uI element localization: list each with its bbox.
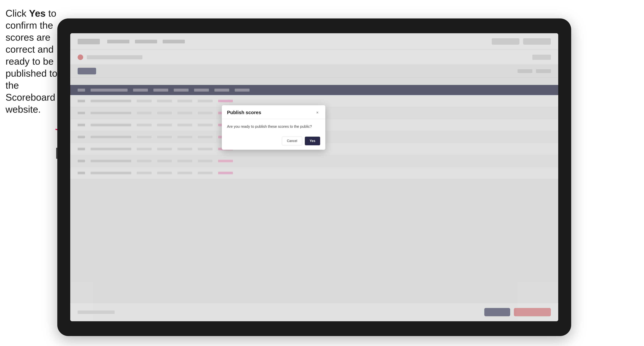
publish-scores-modal: Publish scores × Are you ready to publis…: [222, 105, 325, 150]
modal-message: Are you ready to publish these scores to…: [227, 124, 320, 129]
modal-close-button[interactable]: ×: [314, 110, 320, 115]
annotation-suffix: to confirm the scores are correct and re…: [6, 8, 57, 115]
modal-footer: Cancel Yes: [222, 134, 325, 150]
tablet-device: Publish scores × Are you ready to publis…: [57, 18, 571, 336]
annotation-bold: Yes: [29, 8, 46, 19]
annotation-text: Click Yes to confirm the scores are corr…: [6, 7, 59, 115]
yes-button[interactable]: Yes: [305, 137, 320, 145]
modal-overlay: [70, 33, 558, 321]
tablet-screen: Publish scores × Are you ready to publis…: [70, 33, 558, 321]
modal-body: Are you ready to publish these scores to…: [222, 119, 325, 134]
cancel-button[interactable]: Cancel: [282, 137, 302, 145]
modal-title: Publish scores: [227, 110, 261, 115]
modal-header: Publish scores ×: [222, 105, 325, 119]
annotation-prefix: Click: [6, 8, 29, 19]
tablet-side-button: [56, 148, 58, 159]
